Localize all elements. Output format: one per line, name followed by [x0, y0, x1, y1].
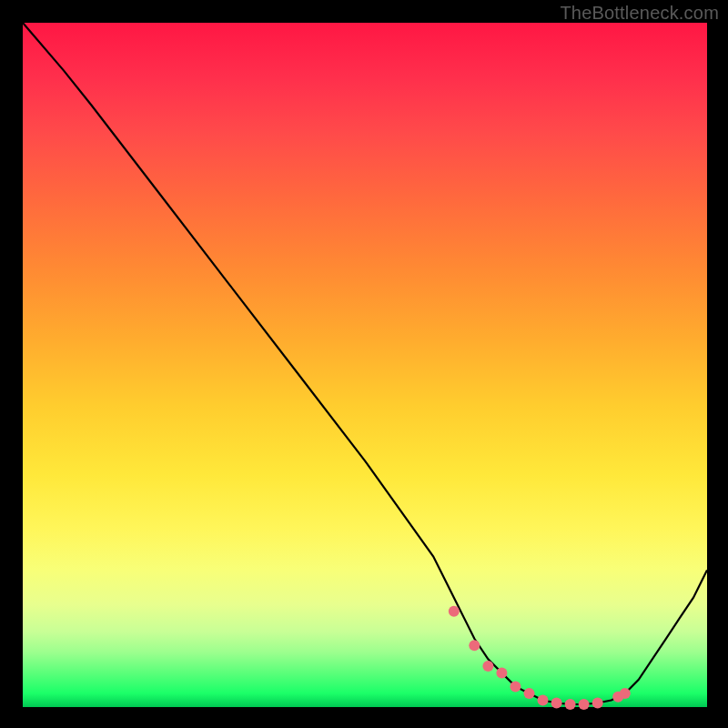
highlight-marker: [496, 667, 507, 678]
curve-line: [23, 23, 707, 704]
chart-svg: [23, 23, 707, 707]
highlight-markers: [449, 606, 631, 710]
highlight-marker: [538, 695, 549, 706]
watermark-text: TheBottleneck.com: [560, 3, 719, 24]
highlight-marker: [524, 688, 535, 699]
highlight-marker: [565, 699, 576, 710]
highlight-marker: [482, 661, 493, 672]
highlight-marker: [620, 688, 631, 699]
highlight-marker: [551, 698, 562, 709]
highlight-marker: [469, 640, 480, 651]
highlight-marker: [579, 699, 590, 710]
plot-area: [23, 23, 707, 707]
highlight-marker: [510, 681, 521, 692]
highlight-marker: [449, 606, 460, 617]
chart-stage: TheBottleneck.com: [0, 0, 728, 728]
highlight-marker: [592, 698, 603, 709]
